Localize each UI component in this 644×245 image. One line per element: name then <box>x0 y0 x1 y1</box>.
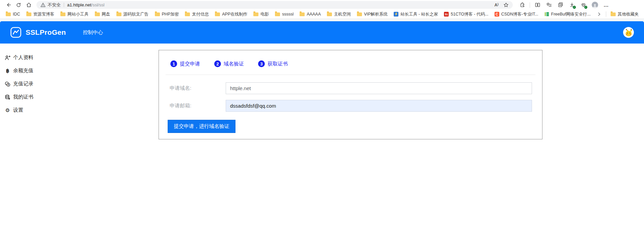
bookmark-51cto[interactable]: 5151CTO博客 - 代码... <box>441 10 492 18</box>
step-number-badge: 2 <box>214 60 221 67</box>
sidebar-item-label: 余额充值 <box>13 67 33 74</box>
more-options-icon[interactable]: … <box>601 1 611 9</box>
bookmark-label: APP在线制作 <box>222 11 247 17</box>
bookmark-sssssl[interactable]: sssssl <box>272 11 297 18</box>
submit-application-button[interactable]: 提交申请，进行域名验证 <box>168 120 235 133</box>
sidebar-item-profile[interactable]: 个人资料 <box>0 51 48 64</box>
downloads-icon[interactable]: ✓ <box>567 1 577 9</box>
svg-text:$: $ <box>8 83 9 86</box>
bitcoin-icon: ฿ <box>5 68 10 74</box>
folder-icon <box>611 12 616 16</box>
url-path: /ssl/ssl <box>91 2 105 7</box>
user-plus-icon <box>5 55 10 60</box>
bookmark-csdn[interactable]: CCSDN博客-专业IT... <box>492 10 541 18</box>
sslprogen-logo-icon <box>10 27 22 38</box>
email-input[interactable] <box>226 100 532 112</box>
bookmark-vip-parser[interactable]: VIP解析系统 <box>354 10 391 18</box>
bookmark-source-ads[interactable]: 源码软文广告 <box>113 10 152 18</box>
step-get-certificate[interactable]: 3 获取证书 <box>258 60 288 67</box>
chinaz-favicon <box>394 12 398 17</box>
favorites-bar-icon[interactable] <box>544 1 554 9</box>
bookmark-label: VIP解析系统 <box>364 11 388 17</box>
bookmarks-overflow-chevron[interactable] <box>594 12 605 16</box>
split-screen-icon[interactable] <box>533 1 542 9</box>
email-label: 申请邮箱: <box>166 103 226 109</box>
step-domain-verification[interactable]: 2 域名验证 <box>214 60 244 67</box>
sidebar-item-recharge-history[interactable]: $ 充值记录 <box>0 77 48 90</box>
bookmarks-divider <box>606 11 606 17</box>
other-favorites[interactable]: 其他收藏夹 <box>608 10 642 18</box>
download-complete-badge: ✓ <box>573 6 576 9</box>
profile-avatar[interactable] <box>590 1 599 9</box>
folder-icon <box>60 12 65 16</box>
bookmark-label: 网盘 <box>102 11 110 17</box>
bookmark-ziyuanbao[interactable]: 资源宝博客 <box>23 10 58 18</box>
step-label: 域名验证 <box>224 61 244 67</box>
ssl-warning-icon <box>40 2 46 7</box>
bookmark-chinaz[interactable]: 站长工具 - 站长之家 <box>391 10 441 18</box>
ssl-apply-card: 1 提交申请 2 域名验证 3 获取证书 申请域名: 申请邮箱: <box>159 50 542 139</box>
bookmark-label: 资源宝博客 <box>33 11 55 17</box>
read-aloud-icon[interactable]: A⟩ <box>495 3 499 7</box>
bookmark-label: 站长工具 - 站长之家 <box>400 11 438 17</box>
user-avatar[interactable] <box>623 27 634 38</box>
folder-icon <box>275 12 280 16</box>
browser-essentials-icon[interactable]: ✓ <box>579 1 588 9</box>
folder-icon <box>95 12 100 16</box>
sidebar-item-recharge[interactable]: ฿ 余额充值 <box>0 64 48 77</box>
home-button[interactable] <box>24 1 34 9</box>
home-icon <box>26 2 32 8</box>
sidebar-item-label: 充值记录 <box>13 81 33 87</box>
folder-icon <box>253 12 258 16</box>
bookmark-netdisk[interactable]: 网盘 <box>92 10 113 18</box>
refresh-icon <box>16 2 21 8</box>
bookmark-label: 51CTO博客 - 代码... <box>451 11 488 17</box>
bookmarks-right: 其他收藏夹 <box>594 10 642 18</box>
sidebar-item-label: 我的证书 <box>13 94 33 100</box>
bookmarks-bar: IDC 资源宝博客 网站小工具 网盘 源码软文广告 PHP加密 支付信息 APP… <box>0 10 644 19</box>
bookmark-aaaaa[interactable]: AAAAA <box>297 11 324 18</box>
wizard-steps: 1 提交申请 2 域名验证 3 获取证书 <box>166 57 535 75</box>
sidebar-item-settings[interactable]: ⚙ 设置 <box>0 104 48 117</box>
browser-toolbar: 不安全 a1.httple.net/ssl/ssl A⟩ ✓ ✓ … <box>0 0 644 10</box>
brand-name: SSLProGen <box>26 28 66 36</box>
folder-icon <box>155 12 160 16</box>
folder-icon <box>327 12 332 16</box>
folder-icon <box>6 12 11 16</box>
back-button[interactable] <box>3 1 13 9</box>
brand[interactable]: SSLProGen <box>10 27 66 38</box>
bookmark-label: 网站小工具 <box>67 11 89 17</box>
extensions-icon[interactable] <box>517 1 527 9</box>
step-submit-application[interactable]: 1 提交申请 <box>170 60 200 67</box>
folder-icon <box>357 12 362 16</box>
folder-icon <box>215 12 220 16</box>
bookmark-host-space[interactable]: 主机空间 <box>324 10 354 18</box>
bookmark-webtools[interactable]: 网站小工具 <box>57 10 92 18</box>
csdn-favicon: C <box>495 12 499 17</box>
favorite-star-icon[interactable] <box>503 2 509 8</box>
site-header: SSLProGen 控制中心 <box>0 21 644 44</box>
toolbar-divider <box>530 2 530 8</box>
step-label: 提交申请 <box>180 61 200 67</box>
step-number-badge: 3 <box>258 60 265 67</box>
bookmark-idc[interactable]: IDC <box>3 11 23 18</box>
freebuf-favicon <box>544 12 549 17</box>
domain-input[interactable] <box>226 82 532 94</box>
folder-icon <box>26 12 31 16</box>
sidebar-item-my-certificates[interactable]: 我的证书 <box>0 90 48 104</box>
bookmark-php-encrypt[interactable]: PHP加密 <box>152 10 182 18</box>
domain-label: 申请域名: <box>166 85 226 91</box>
address-bar[interactable]: 不安全 a1.httple.net/ssl/ssl A⟩ <box>36 1 513 9</box>
bookmark-movies[interactable]: 电影 <box>250 10 272 18</box>
bookmark-freebuf[interactable]: FreeBuf网络安全行... <box>541 10 594 18</box>
bookmark-label: 主机空间 <box>334 11 351 17</box>
51cto-favicon: 51 <box>444 12 449 17</box>
bookmark-label: 电影 <box>260 11 269 17</box>
bookmark-app-maker[interactable]: APP在线制作 <box>212 10 250 18</box>
refresh-button[interactable] <box>13 1 24 9</box>
main-content: 1 提交申请 2 域名验证 3 获取证书 申请域名: 申请邮箱: <box>48 44 644 139</box>
collections-icon[interactable] <box>556 1 565 9</box>
nav-control-center[interactable]: 控制中心 <box>83 29 103 36</box>
bookmark-payment-info[interactable]: 支付信息 <box>182 10 212 18</box>
bookmark-label: sssssl <box>282 12 293 17</box>
